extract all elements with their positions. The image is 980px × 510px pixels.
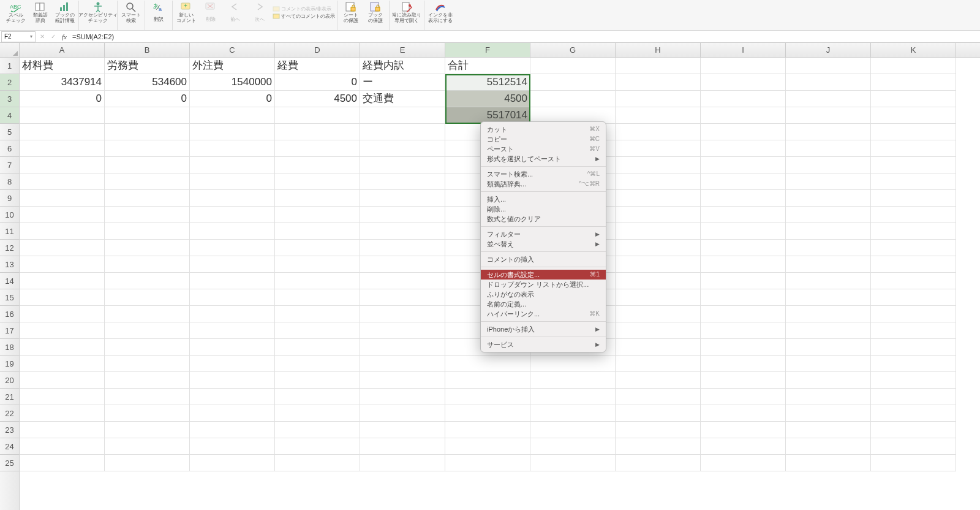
cell[interactable] [275,289,360,306]
cell[interactable] [701,173,786,190]
cell[interactable] [105,306,190,322]
cell[interactable] [20,157,105,173]
cell[interactable] [786,422,871,438]
cell[interactable] [786,124,871,140]
cell[interactable] [616,173,701,190]
cell[interactable] [530,356,616,372]
cell[interactable] [701,157,786,173]
new-comment-button[interactable]: + 新しい コメント [175,1,198,25]
cell[interactable] [871,339,956,356]
cell[interactable]: 4500 [275,91,360,107]
cell[interactable] [275,372,360,389]
ctx-clear[interactable]: 数式と値のクリア [481,214,606,224]
cell[interactable] [616,273,701,289]
cell[interactable]: 経費内訳 [360,58,445,74]
cell[interactable] [786,389,871,405]
cell[interactable] [616,289,701,306]
cell[interactable] [871,256,956,273]
cell[interactable] [360,389,445,405]
row-header[interactable]: 24 [0,438,19,455]
name-box-dropdown-icon[interactable]: ▾ [30,34,32,39]
cell-selected-active[interactable]: 5512514 [445,74,530,91]
cell[interactable] [20,389,105,405]
ctx-delete[interactable]: 削除... [481,204,606,214]
cell[interactable] [105,372,190,389]
cell[interactable] [105,322,190,339]
cell[interactable] [105,289,190,306]
cell[interactable] [786,405,871,422]
cell[interactable] [871,124,956,140]
cell[interactable] [190,422,275,438]
cell[interactable] [871,372,956,389]
cell[interactable] [701,256,786,273]
ctx-thesaurus[interactable]: 類義語辞典...^⌥⌘R [481,179,606,189]
cell[interactable]: 0 [275,74,360,91]
hide-ink-button[interactable]: インクを非 表示にする [426,1,454,25]
protect-book-button[interactable]: ブック の保護 [364,1,387,25]
row-header[interactable]: 21 [0,389,19,405]
cell[interactable] [20,107,105,124]
prev-comment-button[interactable]: 前へ [224,1,247,25]
cell[interactable] [871,422,956,438]
cell[interactable] [530,58,616,74]
cell[interactable] [786,372,871,389]
cell[interactable] [871,140,956,157]
cell[interactable] [20,223,105,240]
cell[interactable] [786,273,871,289]
row-header[interactable]: 7 [0,157,19,173]
ctx-sort[interactable]: 並べ替え▶ [481,239,606,249]
cell[interactable] [616,372,701,389]
cell[interactable] [275,273,360,289]
row-header[interactable]: 5 [0,124,19,140]
cell[interactable] [360,273,445,289]
cell[interactable] [20,273,105,289]
row-header[interactable]: 6 [0,140,19,157]
delete-comment-button[interactable]: 削除 [199,1,222,25]
cell[interactable] [701,223,786,240]
cell[interactable] [786,240,871,256]
show-hide-comment-button[interactable]: コメントの表示/非表示 [273,6,335,12]
cell[interactable] [20,207,105,223]
cell[interactable] [871,455,956,471]
ctx-cut[interactable]: カット⌘X [481,124,606,134]
accessibility-button[interactable]: アクセシビリティ チェック [81,1,115,25]
column-header[interactable]: I [701,43,786,57]
cell[interactable] [445,389,530,405]
cell[interactable] [105,339,190,356]
cell[interactable] [360,173,445,190]
ctx-furigana[interactable]: ふりがなの表示 [481,289,606,299]
cell[interactable] [105,124,190,140]
cell[interactable] [871,157,956,173]
cell[interactable] [701,422,786,438]
ctx-services[interactable]: サービス▶ [481,340,606,349]
protect-sheet-button[interactable]: シート の保護 [339,1,363,25]
cell[interactable] [275,322,360,339]
cell[interactable] [275,256,360,273]
cell[interactable] [786,306,871,322]
cell[interactable] [360,356,445,372]
cell[interactable] [105,356,190,372]
cell[interactable] [275,422,360,438]
cell[interactable] [530,455,616,471]
spell-check-button[interactable]: ABC スペル チェック [4,1,28,25]
cell[interactable] [616,422,701,438]
cell[interactable] [786,58,871,74]
cell[interactable] [20,289,105,306]
cell[interactable] [190,256,275,273]
cell[interactable] [871,438,956,455]
cell[interactable] [190,389,275,405]
cell[interactable] [530,91,616,107]
cell[interactable] [190,207,275,223]
cell[interactable] [616,157,701,173]
cell[interactable] [190,455,275,471]
cell[interactable] [20,322,105,339]
ctx-iphone-insert[interactable]: iPhoneから挿入▶ [481,324,606,334]
cell[interactable] [445,422,530,438]
column-header[interactable]: A [20,43,105,57]
cell[interactable] [105,240,190,256]
row-header[interactable]: 12 [0,240,19,256]
formula-input[interactable]: =SUM(A2:E2) [70,33,980,40]
cell[interactable]: 0 [105,91,190,107]
row-header[interactable]: 1 [0,58,19,74]
cell[interactable] [105,256,190,273]
